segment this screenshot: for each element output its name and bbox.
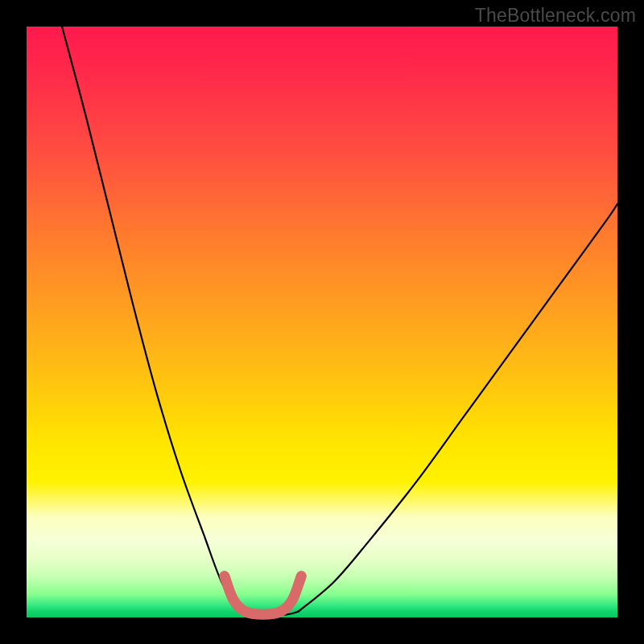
- watermark-text: TheBottleneck.com: [475, 5, 636, 27]
- accent-segment: [225, 576, 301, 615]
- curve-right-arm: [299, 204, 617, 611]
- curve-layer: [27, 27, 617, 617]
- curve-left-arm: [62, 27, 239, 612]
- plot-area: [27, 27, 617, 617]
- chart-frame: TheBottleneck.com: [0, 0, 644, 644]
